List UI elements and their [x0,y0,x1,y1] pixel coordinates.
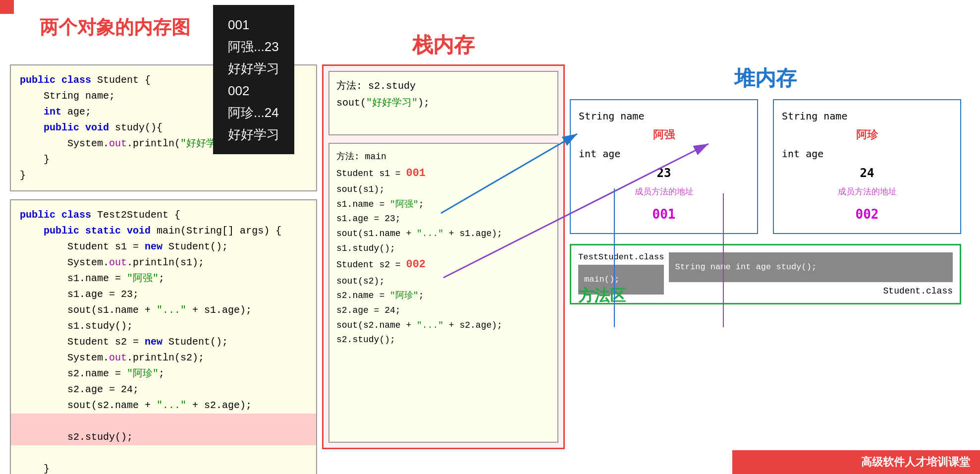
obj2-age-val: 24 [782,163,952,184]
tooltip-line-1: 001 [228,14,279,36]
student-class-methods: String name int age study(); [669,252,953,282]
student-class-label: Student.class [669,286,953,296]
method-area: TestStudent.class main(); String name in… [570,244,961,304]
heap-title: 堆内存 [570,64,961,92]
stack-main-method: 方法: main Student s1 = 001 sout(s1); s1.n… [328,143,558,443]
heap-object-002: String name 阿珍 int age 24 成员方法的地址 002 [773,99,961,234]
method-area-title: 方法区 [578,285,626,307]
heap-objects-row: String name 阿强 int age 23 成员方法的地址 001 St… [570,99,961,234]
obj1-int-age-label: int age [579,145,749,163]
heap-object-001: String name 阿强 int age 23 成员方法的地址 001 [570,99,758,234]
obj2-name-val: 阿珍 [782,125,952,145]
stack-memory-area: 栈内存 方法: s2.study sout("好好学习"); 方法: main … [322,64,565,449]
tooltip-line-4: 002 [228,80,279,102]
page-title: 两个对象的内存图 [40,15,190,40]
tooltip-line-6: 好好学习 [228,123,279,145]
method-area-inner: TestStudent.class main(); String name in… [578,252,953,296]
stack-method-s2study: 方法: s2.study sout("好好学习"); [328,71,558,135]
tooltip-line-3: 好好学习 [228,58,279,79]
tooltip-line-2: 阿强...23 [228,36,279,58]
red-corner-decoration [0,0,14,14]
obj1-age-val: 23 [579,163,749,184]
heap-memory-area: 堆内存 String name 阿强 int age 23 成员方法的地址 00… [570,64,961,449]
obj2-addr: 002 [782,203,952,226]
tooltip-popup: 001 阿强...23 好好学习 002 阿珍...24 好好学习 [213,5,294,154]
obj1-name-val: 阿强 [579,125,749,145]
obj1-addr: 001 [579,203,749,226]
obj2-int-age-label: int age [782,145,952,163]
tooltip-line-5: 阿珍...24 [228,102,279,123]
test-class-label: TestStudent.class [578,252,664,262]
stack-title: 栈内存 [412,31,475,59]
bottom-bar: 高级软件人才培训课堂 [732,450,980,474]
obj1-method-label: 成员方法的地址 [579,184,749,199]
bottom-bar-text: 高级软件人才培训课堂 [861,455,970,470]
obj1-string-name-label: String name [579,107,749,125]
test-student-class-code: public class Test2Student { public stati… [10,199,317,474]
obj2-method-label: 成员方法的地址 [782,184,952,199]
obj2-string-name-label: String name [782,107,952,125]
